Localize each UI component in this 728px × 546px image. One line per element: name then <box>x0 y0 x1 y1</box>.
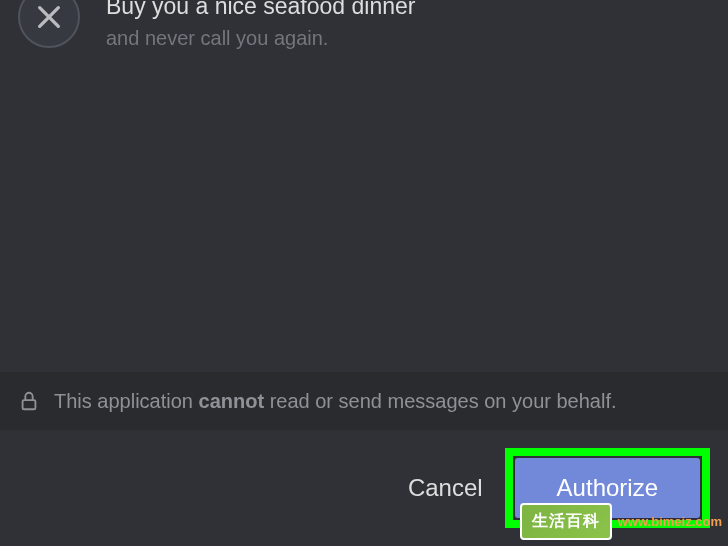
notice-emphasis: cannot <box>199 390 265 412</box>
watermark-badge: 生活百科 <box>520 503 612 540</box>
notice-suffix: read or send messages on your behalf. <box>264 390 616 412</box>
spacer <box>0 54 728 372</box>
auth-dialog: Buy you a nice seafood dinner and never … <box>0 0 728 546</box>
security-notice: This application cannot read or send mes… <box>0 372 728 430</box>
cancel-button[interactable]: Cancel <box>376 458 515 518</box>
svg-rect-2 <box>23 400 36 409</box>
deny-indicator <box>18 0 80 48</box>
watermark-url: www.bimeiz.com <box>618 514 722 529</box>
permission-subtitle: and never call you again. <box>106 24 710 52</box>
permission-title: Buy you a nice seafood dinner <box>106 0 710 22</box>
permission-text-block: Buy you a nice seafood dinner and never … <box>106 0 710 52</box>
close-icon <box>33 1 65 33</box>
watermark: 生活百科 www.bimeiz.com <box>520 503 722 540</box>
lock-icon <box>18 390 40 412</box>
notice-prefix: This application <box>54 390 199 412</box>
permission-item: Buy you a nice seafood dinner and never … <box>0 0 728 54</box>
notice-text: This application cannot read or send mes… <box>54 388 617 414</box>
